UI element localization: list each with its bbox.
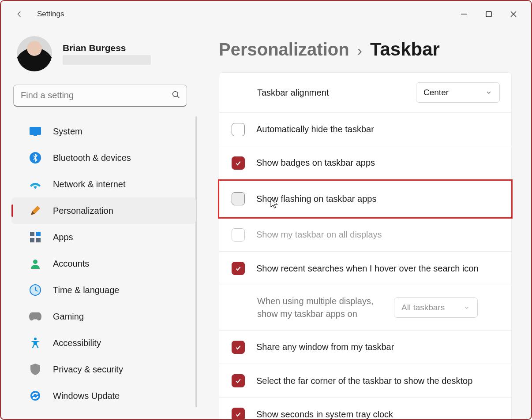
- sidebar-item-bluetooth[interactable]: Bluetooth & devices: [11, 145, 196, 171]
- checkbox-auto-hide[interactable]: [232, 123, 245, 136]
- svg-rect-3: [30, 127, 41, 135]
- minimize-button[interactable]: [452, 4, 476, 24]
- svg-rect-7: [36, 232, 41, 236]
- wifi-icon: [29, 178, 41, 190]
- sidebar-item-label: Windows Update: [53, 391, 120, 401]
- sidebar-item-time[interactable]: Time & language: [11, 277, 196, 303]
- svg-rect-6: [30, 232, 34, 236]
- app-title: Settings: [37, 10, 64, 19]
- sidebar-item-network[interactable]: Network & internet: [11, 171, 196, 197]
- sidebar-item-label: Apps: [53, 232, 73, 242]
- system-icon: [29, 125, 41, 138]
- sidebar-item-label: System: [53, 126, 82, 137]
- bluetooth-icon: [29, 152, 41, 164]
- sidebar-item-update[interactable]: Windows Update: [11, 383, 196, 409]
- setting-recent-searches[interactable]: Show recent searches when I hover over t…: [219, 252, 512, 285]
- checkbox-badges[interactable]: [232, 156, 245, 170]
- sidebar-item-gaming[interactable]: Gaming: [11, 303, 196, 330]
- sidebar-item-label: Personalization: [53, 206, 113, 216]
- accounts-icon: [29, 257, 41, 270]
- checkbox-flashing[interactable]: [232, 192, 245, 205]
- sidebar-item-personalization[interactable]: Personalization: [11, 197, 196, 224]
- breadcrumb: Personalization › Taskbar: [219, 39, 512, 60]
- avatar[interactable]: [17, 36, 52, 71]
- personalization-icon: [29, 204, 41, 217]
- chevron-right-icon: ›: [357, 42, 362, 59]
- update-icon: [29, 390, 41, 402]
- chevron-down-icon: [463, 304, 470, 311]
- sidebar-item-accounts[interactable]: Accounts: [11, 250, 196, 277]
- gaming-icon: [29, 310, 41, 323]
- sidebar-item-label: Accessibility: [53, 338, 101, 348]
- breadcrumb-leaf: Taskbar: [370, 39, 440, 60]
- sidebar-item-accessibility[interactable]: Accessibility: [11, 330, 196, 356]
- checkbox-far-corner[interactable]: [232, 374, 245, 387]
- sidebar-item-label: Gaming: [53, 312, 84, 322]
- shield-icon: [29, 363, 41, 375]
- sidebar-item-label: Privacy & security: [53, 364, 123, 375]
- svg-rect-1: [486, 11, 491, 17]
- maximize-button[interactable]: [476, 4, 501, 24]
- multi-display-dropdown: All taskbars: [394, 297, 478, 318]
- setting-far-corner[interactable]: Select the far corner of the taskbar to …: [219, 364, 512, 398]
- sidebar-item-label: Accounts: [53, 259, 89, 269]
- chevron-down-icon: [485, 89, 492, 96]
- setting-badges[interactable]: Show badges on taskbar apps: [219, 146, 512, 180]
- sidebar-item-apps[interactable]: Apps: [11, 224, 196, 250]
- svg-rect-4: [34, 135, 37, 136]
- sidebar-item-label: Network & internet: [53, 179, 126, 190]
- search-input[interactable]: [20, 90, 172, 101]
- close-button[interactable]: [501, 4, 526, 24]
- sidebar-item-system[interactable]: System: [11, 118, 196, 145]
- checkbox-recent[interactable]: [232, 262, 245, 275]
- svg-point-13: [30, 391, 40, 401]
- setting-flashing[interactable]: Show flashing on taskbar apps: [219, 180, 512, 218]
- sidebar-item-privacy[interactable]: Privacy & security: [11, 356, 196, 383]
- accessibility-icon: [29, 337, 41, 349]
- setting-multi-display: When using multiple displays, show my ta…: [219, 285, 512, 331]
- svg-rect-0: [461, 14, 467, 15]
- profile-name: Brian Burgess: [63, 43, 151, 53]
- svg-point-10: [33, 260, 37, 264]
- checkbox-seconds[interactable]: [232, 408, 245, 419]
- search-input-wrap[interactable]: [13, 85, 187, 107]
- svg-point-12: [34, 338, 37, 340]
- setting-seconds[interactable]: Show seconds in system tray clock: [219, 398, 512, 419]
- svg-rect-8: [30, 238, 34, 242]
- sidebar-item-label: Bluetooth & devices: [53, 153, 131, 163]
- taskbar-alignment-dropdown[interactable]: Center: [416, 82, 500, 103]
- setting-share-window[interactable]: Share any window from my taskbar: [219, 331, 512, 364]
- setting-all-displays: Show my taskbar on all displays: [219, 218, 512, 252]
- svg-point-2: [173, 91, 178, 97]
- setting-auto-hide[interactable]: Automatically hide the taskbar: [219, 113, 512, 146]
- breadcrumb-parent[interactable]: Personalization: [219, 40, 349, 59]
- sidebar-item-label: Time & language: [53, 285, 119, 295]
- setting-taskbar-alignment: Taskbar alignment Center: [219, 72, 512, 113]
- apps-icon: [29, 231, 41, 243]
- profile-email-redacted: [63, 55, 151, 65]
- checkbox-share[interactable]: [232, 341, 245, 354]
- time-icon: [29, 284, 41, 296]
- checkbox-all-displays: [232, 228, 245, 242]
- search-icon: [172, 90, 180, 101]
- back-button[interactable]: [11, 6, 27, 22]
- svg-rect-9: [36, 238, 41, 242]
